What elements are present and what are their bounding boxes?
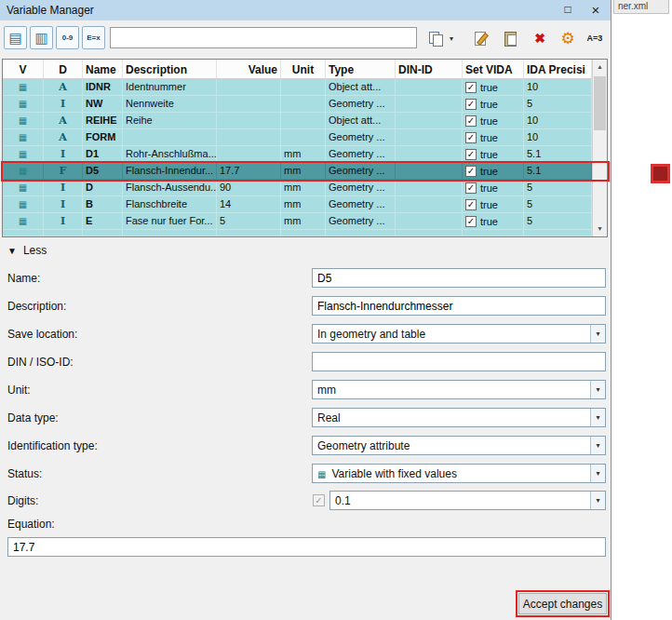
column-header-type[interactable]: Type bbox=[326, 60, 396, 78]
table-row[interactable]: ▦ I E Fase nur fuer For... 5 mm Geometry… bbox=[3, 213, 592, 230]
description-label: Description: bbox=[7, 300, 66, 313]
column-header-unit[interactable]: Unit bbox=[281, 60, 326, 78]
column-header-din-id[interactable]: DIN-ID bbox=[396, 60, 463, 78]
column-header-name[interactable]: Name bbox=[83, 60, 123, 78]
set-vida-label: true bbox=[480, 99, 498, 110]
dropdown-arrow-icon[interactable]: ▾ bbox=[590, 325, 605, 343]
set-vida-label: true bbox=[480, 182, 498, 194]
dropdown-arrow-icon[interactable]: ▾ bbox=[590, 409, 605, 426]
variable-table: V D Name Description Value Unit Type DIN… bbox=[2, 59, 608, 237]
cell-precision: 5 bbox=[524, 180, 592, 196]
cell-precision: 5.1 bbox=[524, 163, 592, 180]
maximize-button[interactable]: □ bbox=[554, 0, 582, 20]
table-row[interactable]: ▦ I D1 Rohr-Anschlußma... mm Geometry ..… bbox=[3, 146, 592, 163]
unit-value: mm bbox=[317, 384, 336, 397]
table-row[interactable]: ▦ A FORM Geometry ... ✓ true 10 bbox=[3, 129, 592, 146]
copy-button[interactable] bbox=[426, 29, 445, 47]
copy-dropdown-arrow[interactable]: ▾ bbox=[446, 29, 457, 47]
table-view-button[interactable]: ▥ bbox=[30, 26, 53, 49]
cell-precision: 10 bbox=[524, 79, 592, 96]
data-type-letter-icon: F bbox=[60, 165, 67, 177]
dropdown-arrow-icon[interactable]: ▾ bbox=[590, 465, 605, 482]
scroll-down-icon[interactable]: ▼ bbox=[593, 222, 607, 236]
title-bar[interactable]: Variable Manager □ × bbox=[0, 0, 611, 20]
dropdown-arrow-icon[interactable]: ▾ bbox=[590, 381, 605, 398]
equation-field[interactable] bbox=[7, 537, 606, 557]
edit-button[interactable] bbox=[471, 29, 490, 47]
cell-unit bbox=[281, 96, 326, 113]
cell-precision: 10 bbox=[524, 129, 592, 146]
background-app-strip: ner.xml bbox=[612, 0, 672, 620]
table-scrollbar[interactable]: ▲ ▼ bbox=[592, 60, 607, 236]
set-vida-checkbox[interactable]: ✓ bbox=[465, 115, 477, 127]
cell-description bbox=[123, 129, 217, 146]
scroll-up-icon[interactable]: ▲ bbox=[593, 60, 607, 74]
table-row[interactable] bbox=[3, 230, 592, 236]
description-field[interactable] bbox=[312, 296, 606, 316]
table-row[interactable]: ▦ I B Flanschbreite 14 mm Geometry ... ✓… bbox=[3, 196, 592, 213]
din-iso-id-label: DIN / ISO-ID: bbox=[7, 356, 74, 369]
variable-manager-dialog: Variable Manager □ × ▤ ▥ 0-9 E=x ▾ ✖ ⚙ A… bbox=[0, 0, 612, 620]
data-type-select[interactable]: Real ▾ bbox=[312, 408, 606, 427]
numeric-filter-button[interactable]: 0-9 bbox=[56, 26, 79, 49]
digits-checkbox[interactable]: ✓ bbox=[313, 494, 325, 506]
column-header-precision[interactable]: IDA Precisi bbox=[524, 60, 592, 78]
formula-filter-button[interactable]: E=x bbox=[82, 26, 105, 49]
cell-name bbox=[83, 230, 123, 236]
identification-type-value: Geometry attribute bbox=[317, 439, 410, 452]
cell-precision: 5.1 bbox=[524, 146, 592, 163]
column-header-d[interactable]: D bbox=[44, 60, 83, 78]
scrollbar-thumb[interactable] bbox=[594, 76, 606, 130]
table-row[interactable]: ▦ I D Flansch-Aussendu... 90 mm Geometry… bbox=[3, 180, 592, 196]
set-vida-checkbox[interactable]: ✓ bbox=[465, 182, 477, 194]
variable-list-view-button[interactable]: ▤ bbox=[4, 26, 27, 49]
dropdown-arrow-icon[interactable]: ▾ bbox=[590, 437, 605, 454]
set-vida-checkbox[interactable]: ✓ bbox=[465, 199, 477, 210]
column-header-description[interactable]: Description bbox=[123, 60, 217, 78]
set-vida-checkbox[interactable]: ✓ bbox=[465, 216, 477, 227]
variable-type-icon: ▦ bbox=[19, 132, 27, 142]
set-vida-checkbox[interactable]: ✓ bbox=[465, 132, 477, 143]
cell-set-vida: ✓ true bbox=[463, 213, 524, 230]
identification-type-select[interactable]: Geometry attribute ▾ bbox=[312, 436, 606, 455]
accept-changes-button[interactable]: Accept changes bbox=[518, 593, 607, 614]
table-row[interactable]: ▦ I NW Nennweite Geometry ... ✓ true 5 bbox=[3, 96, 592, 113]
set-vida-checkbox[interactable]: ✓ bbox=[465, 99, 477, 110]
digits-select[interactable]: 0.1 ▾ bbox=[329, 491, 606, 510]
cell-din-id bbox=[396, 96, 463, 113]
status-select[interactable]: ▦Variable with fixed values ▾ bbox=[312, 464, 606, 483]
cell-description: Rohr-Anschlußma... bbox=[123, 146, 217, 163]
unit-select[interactable]: mm ▾ bbox=[312, 380, 606, 399]
cell-din-id bbox=[396, 79, 463, 96]
din-iso-id-field[interactable] bbox=[312, 352, 606, 371]
cell-value bbox=[217, 146, 281, 163]
table-row[interactable]: ▦ A IDNR Identnummer Object att... ✓ tru… bbox=[3, 79, 592, 96]
save-location-select[interactable]: In geometry and table ▾ bbox=[312, 324, 606, 344]
column-header-set-vida[interactable]: Set VIDA bbox=[463, 60, 524, 78]
cell-set-vida: ✓ true bbox=[463, 79, 524, 96]
filter-input[interactable] bbox=[110, 27, 417, 48]
table-row[interactable]: ▦ A REIHE Reihe Object att... ✓ true 10 bbox=[3, 113, 592, 129]
accept-button-annotation: Accept changes bbox=[516, 590, 610, 617]
column-header-v[interactable]: V bbox=[3, 60, 44, 78]
variable-rows: ▦ A IDNR Identnummer Object att... ✓ tru… bbox=[3, 79, 592, 236]
assign-value-button[interactable]: A=3 bbox=[585, 29, 604, 47]
set-vida-checkbox[interactable]: ✓ bbox=[465, 82, 477, 93]
cell-name: E bbox=[83, 213, 123, 230]
variable-type-icon: ▦ bbox=[19, 115, 27, 126]
name-field[interactable] bbox=[312, 268, 606, 288]
formula-filter-icon: E=x bbox=[87, 34, 100, 42]
set-vida-checkbox[interactable]: ✓ bbox=[465, 166, 477, 177]
table-row[interactable]: ▦ F D5 Flansch-Innendur... 17.7 mm Geome… bbox=[3, 163, 592, 180]
set-vida-checkbox[interactable]: ✓ bbox=[465, 149, 477, 160]
close-button[interactable]: × bbox=[582, 0, 610, 20]
less-expander[interactable]: ▼ Less bbox=[7, 244, 47, 257]
delete-button[interactable]: ✖ bbox=[531, 29, 549, 47]
settings-button[interactable]: ⚙ bbox=[558, 29, 577, 47]
column-header-value[interactable]: Value bbox=[217, 60, 281, 78]
background-file-tab[interactable]: ner.xml bbox=[613, 0, 669, 14]
dropdown-arrow-icon[interactable]: ▾ bbox=[590, 492, 605, 509]
cell-value bbox=[217, 113, 281, 129]
paste-button[interactable] bbox=[501, 29, 519, 47]
cell-precision: 10 bbox=[524, 113, 592, 129]
